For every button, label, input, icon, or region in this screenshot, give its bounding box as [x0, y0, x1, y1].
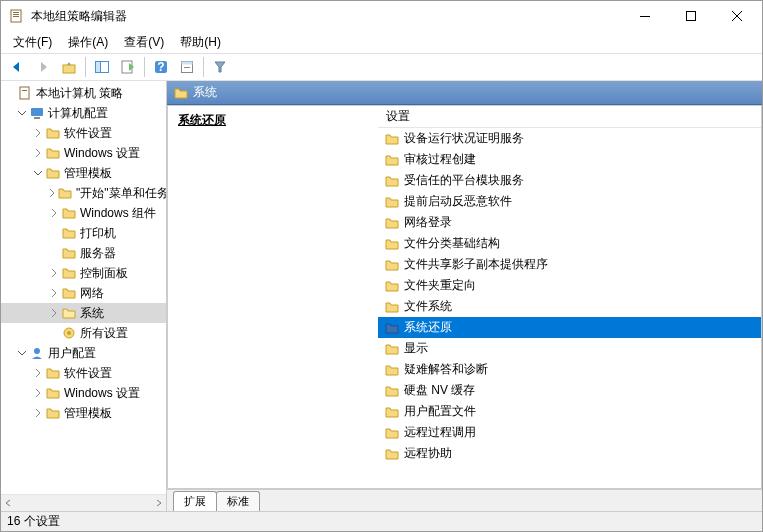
expander-icon[interactable] — [3, 86, 17, 100]
menu-view[interactable]: 查看(V) — [116, 32, 172, 53]
list-item-label: 系统还原 — [404, 319, 452, 336]
tree-at-startmenu[interactable]: "开始"菜单和任务栏 — [1, 183, 166, 203]
tree-cc-software[interactable]: 软件设置 — [1, 123, 166, 143]
expander-icon[interactable] — [15, 106, 29, 120]
folder-icon — [384, 257, 400, 273]
expander-icon[interactable] — [31, 386, 45, 400]
expander-icon[interactable] — [47, 246, 61, 260]
menu-action[interactable]: 操作(A) — [60, 32, 116, 53]
tree-user-config[interactable]: 用户配置 — [1, 343, 166, 363]
tree-uc-software[interactable]: 软件设置 — [1, 363, 166, 383]
folder-icon — [384, 425, 400, 441]
folder-icon — [384, 362, 400, 378]
export-list-button[interactable] — [116, 55, 140, 79]
list-item[interactable]: 文件共享影子副本提供程序 — [378, 254, 761, 275]
tree-at-printers[interactable]: 打印机 — [1, 223, 166, 243]
list-item[interactable]: 审核过程创建 — [378, 149, 761, 170]
column-header-settings[interactable]: 设置 — [378, 106, 761, 128]
folder-icon — [61, 205, 77, 221]
svg-point-23 — [34, 348, 40, 354]
tree-at-wincomp[interactable]: Windows 组件 — [1, 203, 166, 223]
tab-extended[interactable]: 扩展 — [173, 491, 217, 511]
expander-icon[interactable] — [47, 326, 61, 340]
minimize-button[interactable] — [622, 1, 668, 31]
expander-icon[interactable] — [31, 146, 45, 160]
folder-icon — [45, 405, 61, 421]
list-item[interactable]: 设备运行状况证明服务 — [378, 128, 761, 149]
tree-at-cp[interactable]: 控制面板 — [1, 263, 166, 283]
close-button[interactable] — [714, 1, 760, 31]
list-item[interactable]: 用户配置文件 — [378, 401, 761, 422]
tree-root[interactable]: 本地计算机 策略 — [1, 83, 166, 103]
user-icon — [29, 345, 45, 361]
tree-at-allsettings[interactable]: 所有设置 — [1, 323, 166, 343]
svg-text:?: ? — [157, 60, 164, 74]
back-button[interactable] — [5, 55, 29, 79]
expander-icon[interactable] — [47, 226, 61, 240]
maximize-button[interactable] — [668, 1, 714, 31]
tree-computer-config[interactable]: 计算机配置 — [1, 103, 166, 123]
help-button[interactable]: ? — [149, 55, 173, 79]
expander-icon[interactable] — [47, 206, 61, 220]
expander-icon[interactable] — [31, 406, 45, 420]
list-item-label: 提前启动反恶意软件 — [404, 193, 512, 210]
toolbar: ? — [1, 53, 762, 81]
list-item-label: 文件分类基础结构 — [404, 235, 500, 252]
list-item[interactable]: 文件系统 — [378, 296, 761, 317]
expander-icon[interactable] — [47, 286, 61, 300]
settings-list[interactable]: 设置 设备运行状况证明服务审核过程创建受信任的平台模块服务提前启动反恶意软件网络… — [378, 106, 761, 488]
expander-icon[interactable] — [47, 306, 61, 320]
tree-cc-windows[interactable]: Windows 设置 — [1, 143, 166, 163]
show-hide-tree-button[interactable] — [90, 55, 114, 79]
filter-button[interactable] — [208, 55, 232, 79]
tree-label: 管理模板 — [64, 405, 112, 422]
list-item[interactable]: 疑难解答和诊断 — [378, 359, 761, 380]
up-button[interactable] — [57, 55, 81, 79]
svg-rect-18 — [22, 90, 27, 91]
toolbar-separator — [203, 57, 204, 77]
list-item-label: 文件系统 — [404, 298, 452, 315]
list-item[interactable]: 显示 — [378, 338, 761, 359]
tree-at-network[interactable]: 网络 — [1, 283, 166, 303]
svg-rect-1 — [13, 12, 19, 13]
folder-icon — [384, 215, 400, 231]
expander-icon[interactable] — [31, 126, 45, 140]
tree-label: 服务器 — [80, 245, 116, 262]
list-item[interactable]: 系统还原 — [378, 317, 761, 338]
list-item[interactable]: 受信任的平台模块服务 — [378, 170, 761, 191]
forward-button[interactable] — [31, 55, 55, 79]
tree-uc-admin[interactable]: 管理模板 — [1, 403, 166, 423]
statusbar: 16 个设置 — [1, 511, 762, 531]
folder-icon — [45, 385, 61, 401]
list-item[interactable]: 远程过程调用 — [378, 422, 761, 443]
expander-icon[interactable] — [15, 346, 29, 360]
list-item[interactable]: 远程协助 — [378, 443, 761, 464]
options-button[interactable] — [175, 55, 199, 79]
tree-at-system[interactable]: 系统 — [1, 303, 166, 323]
svg-rect-3 — [13, 16, 19, 17]
expander-icon[interactable] — [31, 366, 45, 380]
tree-cc-admin[interactable]: 管理模板 — [1, 163, 166, 183]
document-icon — [17, 85, 33, 101]
tab-standard[interactable]: 标准 — [216, 491, 260, 511]
list-item-label: 审核过程创建 — [404, 151, 476, 168]
menubar: 文件(F) 操作(A) 查看(V) 帮助(H) — [1, 31, 762, 53]
tree-label: "开始"菜单和任务栏 — [76, 185, 166, 202]
list-item[interactable]: 文件夹重定向 — [378, 275, 761, 296]
tree-label: 软件设置 — [64, 365, 112, 382]
menu-help[interactable]: 帮助(H) — [172, 32, 229, 53]
tree-uc-windows[interactable]: Windows 设置 — [1, 383, 166, 403]
expander-icon[interactable] — [31, 166, 45, 180]
list-item[interactable]: 网络登录 — [378, 212, 761, 233]
list-item[interactable]: 提前启动反恶意软件 — [378, 191, 761, 212]
tree-horizontal-scrollbar[interactable] — [1, 494, 166, 511]
list-item-label: 设备运行状况证明服务 — [404, 130, 524, 147]
list-item[interactable]: 文件分类基础结构 — [378, 233, 761, 254]
expander-icon[interactable] — [47, 186, 57, 200]
menu-file[interactable]: 文件(F) — [5, 32, 60, 53]
list-item[interactable]: 硬盘 NV 缓存 — [378, 380, 761, 401]
tree-at-server[interactable]: 服务器 — [1, 243, 166, 263]
tree-scroll[interactable]: 本地计算机 策略 计算机配置 软件设置 Windows 设置 管理 — [1, 81, 166, 494]
tree-label: 打印机 — [80, 225, 116, 242]
expander-icon[interactable] — [47, 266, 61, 280]
